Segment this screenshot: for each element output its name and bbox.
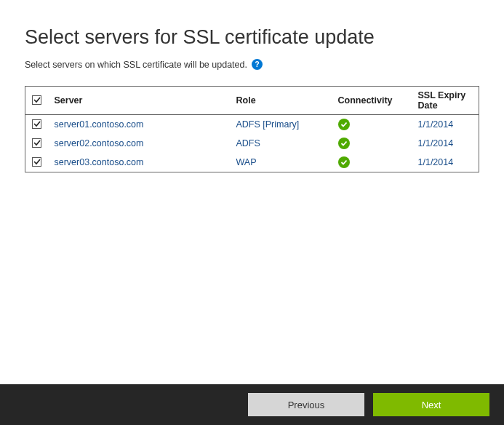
col-connectivity: Connectivity bbox=[332, 87, 412, 115]
subtitle-text: Select servers on which SSL certificate … bbox=[25, 60, 247, 70]
row-checkbox[interactable] bbox=[32, 119, 41, 129]
help-icon[interactable]: ? bbox=[252, 59, 263, 70]
col-server: Server bbox=[49, 87, 231, 115]
expiry-cell: 1/1/2014 bbox=[412, 115, 479, 135]
table-row: server01.contoso.com ADFS [Primary] 1/1/… bbox=[25, 115, 479, 135]
wizard-footer: Previous Next bbox=[0, 384, 504, 425]
page-subtitle: Select servers on which SSL certificate … bbox=[25, 59, 479, 70]
status-ok-icon bbox=[338, 138, 350, 149]
servers-table: Server Role Connectivity SSL Expiry Date… bbox=[25, 86, 479, 172]
server-cell: server02.contoso.com bbox=[49, 134, 231, 153]
row-checkbox[interactable] bbox=[32, 157, 41, 167]
expiry-cell: 1/1/2014 bbox=[412, 153, 479, 172]
server-cell: server01.contoso.com bbox=[49, 115, 231, 135]
col-role: Role bbox=[231, 87, 332, 115]
row-checkbox[interactable] bbox=[32, 138, 41, 148]
next-button[interactable]: Next bbox=[373, 393, 489, 416]
page-title: Select servers for SSL certificate updat… bbox=[25, 26, 479, 49]
server-cell: server03.contoso.com bbox=[49, 153, 231, 172]
select-all-checkbox[interactable] bbox=[32, 95, 41, 105]
table-header-row: Server Role Connectivity SSL Expiry Date bbox=[25, 87, 479, 115]
table-row: server03.contoso.com WAP 1/1/2014 bbox=[25, 153, 479, 172]
role-cell: WAP bbox=[231, 153, 332, 172]
col-expiry: SSL Expiry Date bbox=[412, 87, 479, 115]
role-cell: ADFS [Primary] bbox=[231, 115, 332, 135]
status-ok-icon bbox=[338, 156, 350, 168]
status-ok-icon bbox=[338, 119, 350, 130]
role-cell: ADFS bbox=[231, 134, 332, 153]
table-row: server02.contoso.com ADFS 1/1/2014 bbox=[25, 134, 479, 153]
previous-button[interactable]: Previous bbox=[248, 393, 364, 416]
expiry-cell: 1/1/2014 bbox=[412, 134, 479, 153]
